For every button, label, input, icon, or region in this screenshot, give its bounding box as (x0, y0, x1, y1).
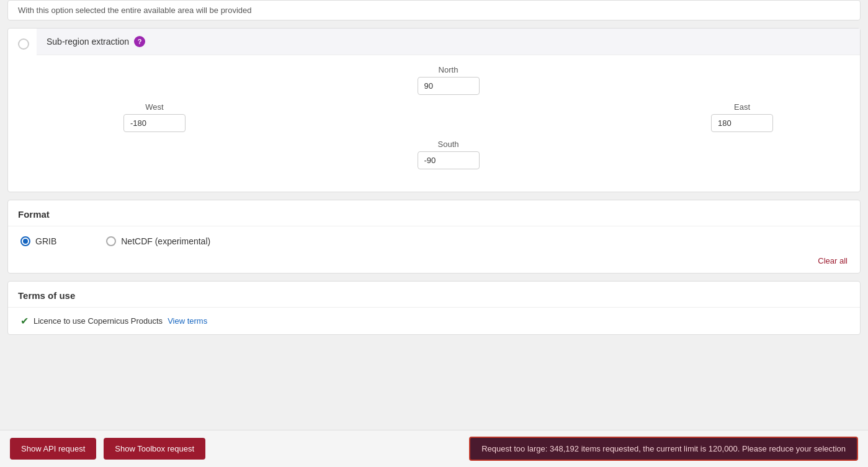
north-field: North (418, 65, 480, 95)
licence-label: Licence to use Copernicus Products (34, 316, 163, 326)
format-card: Format GRIB NetCDF (experimental) Clear … (7, 200, 861, 274)
show-toolbox-button[interactable]: Show Toolbox request (104, 438, 205, 460)
terms-card: Terms of use ✔ Licence to use Copernicus… (7, 281, 861, 335)
east-label: East (734, 102, 750, 112)
west-input[interactable] (123, 114, 186, 132)
subregion-header: Sub-region extraction ? (37, 29, 860, 55)
view-terms-link[interactable]: View terms (168, 316, 207, 326)
format-options: GRIB NetCDF (experimental) (8, 226, 860, 256)
netcdf-option[interactable]: NetCDF (experimental) (106, 236, 210, 246)
subregion-title: Sub-region extraction (47, 37, 129, 47)
west-label: West (145, 102, 163, 112)
format-title: Format (8, 200, 860, 226)
grib-label: GRIB (35, 236, 56, 246)
page-wrapper: With this option selected the entire ava… (0, 0, 868, 467)
terms-body: ✔ Licence to use Copernicus Products Vie… (8, 308, 860, 334)
grib-option[interactable]: GRIB (20, 236, 56, 246)
help-icon[interactable]: ? (134, 36, 145, 47)
north-input[interactable] (418, 77, 480, 95)
subregion-radio[interactable] (18, 38, 29, 50)
south-input[interactable] (418, 151, 480, 169)
east-input[interactable] (711, 114, 773, 132)
netcdf-label: NetCDF (experimental) (121, 236, 210, 246)
clear-all-button[interactable]: Clear all (8, 256, 860, 273)
north-label: North (439, 65, 459, 74)
east-field: East (711, 102, 773, 132)
show-api-button[interactable]: Show API request (10, 438, 96, 460)
check-icon: ✔ (20, 315, 29, 327)
south-label: South (438, 140, 459, 149)
subregion-card: Sub-region extraction ? North (7, 28, 861, 192)
south-field: South (418, 140, 480, 169)
netcdf-radio[interactable] (106, 236, 116, 246)
top-notice: With this option selected the entire ava… (7, 0, 861, 20)
grib-radio[interactable] (20, 236, 30, 246)
top-notice-text: With this option selected the entire ava… (18, 6, 252, 15)
west-field: West (123, 102, 186, 132)
bottom-bar: Show API request Show Toolbox request Re… (0, 430, 868, 467)
terms-title: Terms of use (8, 282, 860, 308)
error-message: Request too large: 348,192 items request… (469, 437, 858, 461)
